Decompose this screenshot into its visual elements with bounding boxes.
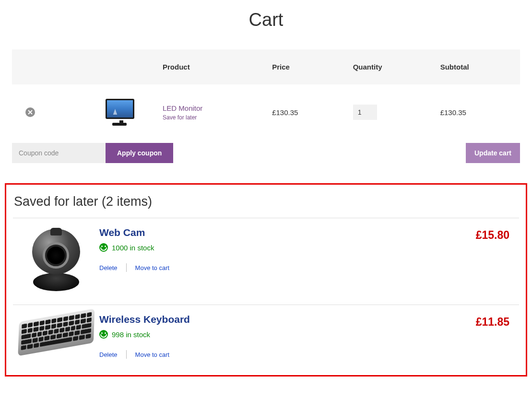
stock-status: 998 in stock: [99, 330, 457, 339]
col-product-header: Product: [156, 49, 265, 84]
col-quantity-header: Quantity: [346, 49, 434, 84]
saved-thumbnail[interactable]: [13, 314, 99, 359]
saved-product-link[interactable]: Web Cam: [99, 227, 145, 238]
saved-item: Web Cam 1000 in stock Delete Move to car…: [13, 218, 519, 305]
smiley-icon: [99, 330, 108, 339]
divider: [126, 263, 127, 272]
col-thumb-header: [84, 49, 156, 84]
keyboard-icon: [18, 308, 95, 366]
stock-status: 1000 in stock: [99, 243, 457, 252]
cart-actions-row: Apply coupon Update cart: [12, 140, 520, 164]
update-cart-button[interactable]: Update cart: [466, 143, 520, 163]
delete-link[interactable]: Delete: [99, 264, 118, 271]
product-subtotal: £130.35: [434, 84, 520, 140]
cart-row: LED Monitor Save for later £130.35 £130.…: [12, 84, 520, 140]
saved-title: Saved for later (2 items): [13, 190, 519, 218]
monitor-icon: [106, 99, 134, 119]
smiley-icon: [99, 243, 108, 252]
col-price-header: Price: [265, 49, 346, 84]
col-subtotal-header: Subtotal: [434, 49, 520, 84]
delete-link[interactable]: Delete: [99, 351, 118, 358]
page-title: Cart: [0, 0, 532, 49]
remove-item-button[interactable]: [25, 107, 35, 117]
saved-product-link[interactable]: Wireless Keyboard: [99, 314, 190, 325]
stock-text: 1000 in stock: [112, 244, 154, 252]
saved-for-later-section: Saved for later (2 items) Web Cam 1000 i…: [5, 183, 527, 376]
saved-price: £15.80: [457, 227, 519, 242]
move-to-cart-link[interactable]: Move to cart: [135, 264, 170, 271]
product-price: £130.35: [265, 84, 346, 140]
col-remove-header: [12, 49, 84, 84]
stock-text: 998 in stock: [112, 330, 150, 339]
quantity-input[interactable]: [353, 105, 377, 120]
move-to-cart-link[interactable]: Move to cart: [135, 351, 170, 358]
cart-table: Product Price Quantity Subtotal LED Moni…: [12, 49, 520, 140]
product-thumbnail[interactable]: [103, 98, 137, 127]
divider: [126, 350, 127, 359]
close-icon: [28, 110, 33, 115]
product-name-link[interactable]: LED Monitor: [163, 104, 202, 112]
saved-price: £11.85: [457, 314, 519, 329]
saved-thumbnail[interactable]: [13, 227, 99, 296]
apply-coupon-button[interactable]: Apply coupon: [106, 143, 173, 163]
save-for-later-link[interactable]: Save for later: [163, 114, 259, 121]
saved-item: Wireless Keyboard 998 in stock Delete Mo…: [13, 305, 519, 367]
coupon-code-input[interactable]: [12, 143, 106, 163]
webcam-icon: [27, 229, 85, 296]
